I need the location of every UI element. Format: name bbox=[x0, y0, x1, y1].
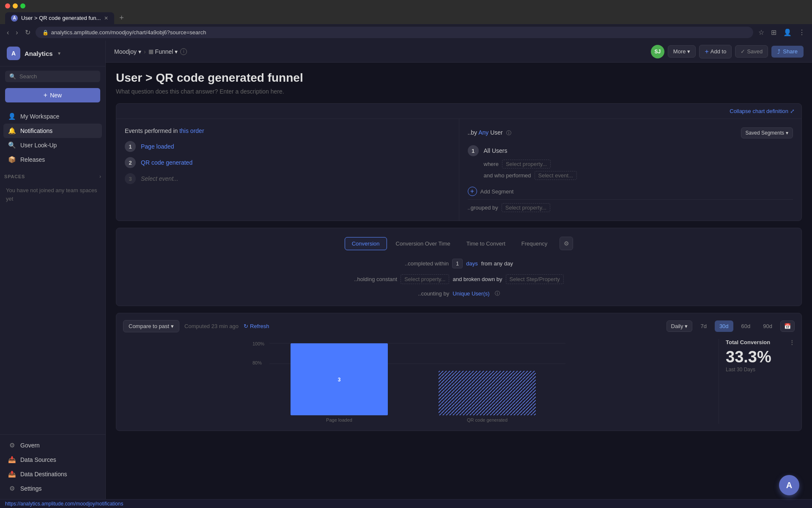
project-name: Moodjoy bbox=[114, 48, 137, 55]
any-selector[interactable]: Any bbox=[478, 129, 488, 136]
analysis-panel: Conversion Conversion Over Time Time to … bbox=[116, 228, 802, 306]
chart-type-selector[interactable]: ▦ Funnel ▾ bbox=[148, 48, 178, 55]
add-segment-plus-icon: + bbox=[468, 187, 477, 196]
more-label: More bbox=[673, 48, 686, 55]
sidebar-item-notifications[interactable]: 🔔 Notifications bbox=[3, 124, 102, 138]
chart-description[interactable]: What question does this chart answer? En… bbox=[116, 88, 802, 95]
account-icon[interactable]: 👤 bbox=[782, 27, 793, 38]
user-avatar: SJ bbox=[651, 45, 664, 58]
sidebar-item-settings[interactable]: ⚙ Settings bbox=[3, 481, 102, 496]
saved-label: Saved bbox=[747, 48, 763, 55]
property-select-1[interactable]: Select property... bbox=[502, 160, 551, 168]
sidebar-item-my-workspace[interactable]: 👤 My Workspace bbox=[3, 109, 102, 124]
sidebar-item-data-destinations[interactable]: 📤 Data Destinations bbox=[3, 467, 102, 481]
person-icon: 👤 bbox=[8, 113, 16, 120]
saved-segments-button[interactable]: Saved Segments ▾ bbox=[741, 127, 793, 138]
minimize-button[interactable] bbox=[13, 3, 18, 8]
add-to-button[interactable]: + Add to bbox=[699, 45, 732, 58]
sidebar-item-user-lookup[interactable]: 🔍 User Look-Up bbox=[3, 138, 102, 152]
event-name-1[interactable]: Page loaded bbox=[141, 143, 174, 150]
days-unit[interactable]: days bbox=[466, 260, 477, 267]
collapse-chart-definition-link[interactable]: Collapse chart definition ⤢ bbox=[730, 108, 795, 114]
forward-button[interactable]: › bbox=[14, 27, 19, 38]
event-number-3: 3 bbox=[125, 173, 136, 184]
sidebar-item-govern[interactable]: ⚙ Govern bbox=[3, 438, 102, 453]
total-conversion-menu-icon[interactable]: ⋮ bbox=[789, 339, 795, 345]
more-chevron-icon: ▾ bbox=[687, 48, 690, 55]
calendar-button[interactable]: 📅 bbox=[780, 320, 795, 332]
segment-row-1: 1 All Users bbox=[468, 145, 793, 156]
bookmark-icon[interactable]: ☆ bbox=[757, 27, 766, 38]
tab-title: User > QR code generated fun... bbox=[21, 15, 101, 21]
grouped-property-select[interactable]: Select property... bbox=[502, 203, 550, 212]
sidebar-item-releases[interactable]: 📦 Releases bbox=[3, 152, 102, 167]
active-tab[interactable]: A User > QR code generated fun... ✕ bbox=[5, 12, 114, 24]
saved-button[interactable]: ✓ Saved bbox=[735, 45, 768, 58]
sidebar-item-data-sources[interactable]: 📥 Data Sources bbox=[3, 453, 102, 467]
order-link[interactable]: this order bbox=[179, 127, 204, 134]
time-7d-button[interactable]: 7d bbox=[696, 320, 711, 332]
sidebar-bottom-label: Govern bbox=[20, 442, 40, 449]
search-input-wrap[interactable]: 🔍 bbox=[5, 71, 100, 82]
counting-info-icon[interactable]: ⓘ bbox=[495, 290, 500, 297]
chart-type-chevron-icon: ▾ bbox=[175, 48, 178, 55]
add-to-plus-icon: + bbox=[705, 48, 708, 55]
counting-value[interactable]: Unique User(s) bbox=[453, 290, 489, 297]
add-segment-button[interactable]: + Add Segment bbox=[468, 185, 793, 196]
tab-frequency[interactable]: Frequency bbox=[514, 237, 554, 250]
compare-to-past-button[interactable]: Compare to past ▾ bbox=[123, 320, 179, 332]
spaces-expand-icon[interactable]: › bbox=[99, 174, 101, 179]
share-label: Share bbox=[783, 48, 798, 55]
settings-button[interactable]: ⚙ bbox=[560, 237, 573, 250]
fullscreen-button[interactable] bbox=[20, 3, 25, 8]
chart-definition-body: Events performed in this order 1 Page lo… bbox=[116, 119, 801, 221]
tab-close-icon[interactable]: ✕ bbox=[104, 15, 108, 21]
event-name-2[interactable]: QR code generated bbox=[141, 159, 192, 166]
time-60d-button[interactable]: 60d bbox=[737, 320, 755, 332]
tab-time-to-convert[interactable]: Time to Convert bbox=[459, 237, 513, 250]
event-select-1[interactable]: Select event... bbox=[535, 171, 577, 180]
menu-icon[interactable]: ⋮ bbox=[797, 27, 807, 38]
y-label-80: 80% bbox=[252, 360, 262, 365]
new-tab-button[interactable]: + bbox=[116, 12, 127, 24]
daily-label: Daily bbox=[671, 323, 683, 329]
conv-over-time-tab-label: Conversion Over Time bbox=[396, 240, 450, 247]
address-bar[interactable]: 🔒 analytics.amplitude.com/moodjoy/chart/… bbox=[36, 27, 753, 38]
topbar: Moodjoy ▾ › ▦ Funnel ▾ i SJ More ▾ + bbox=[106, 41, 812, 63]
broken-down-select[interactable]: Select Step/Property bbox=[506, 274, 564, 284]
chart-info-icon[interactable]: i bbox=[180, 48, 187, 55]
holding-constant-label: ..holding constant bbox=[354, 276, 397, 282]
search-icon: 🔍 bbox=[9, 73, 16, 80]
time-90d-button[interactable]: 90d bbox=[758, 320, 777, 332]
new-button[interactable]: + New bbox=[5, 88, 100, 102]
extensions-icon[interactable]: ⊞ bbox=[769, 27, 778, 38]
close-button[interactable] bbox=[5, 3, 10, 8]
reload-button[interactable]: ↻ bbox=[23, 27, 32, 38]
user-info-icon[interactable]: ⓘ bbox=[506, 130, 511, 136]
sidebar-bottom-label: Data Destinations bbox=[20, 471, 67, 478]
more-button[interactable]: More ▾ bbox=[668, 45, 696, 58]
share-button[interactable]: ⤴ Share bbox=[771, 46, 804, 58]
status-bar: https://analytics.amplitude.com/moodjoy/… bbox=[0, 499, 812, 508]
project-selector[interactable]: Moodjoy ▾ bbox=[114, 48, 141, 55]
time-to-convert-tab-label: Time to Convert bbox=[466, 240, 505, 247]
tab-conversion-over-time[interactable]: Conversion Over Time bbox=[389, 237, 458, 250]
fab-button[interactable]: A bbox=[779, 475, 799, 495]
total-conversion-header: Total Conversion ⋮ bbox=[726, 339, 795, 345]
chart-svg: 100% 80% 3 bbox=[123, 339, 712, 424]
event-select-placeholder[interactable]: Select event... bbox=[141, 175, 178, 182]
search-input[interactable] bbox=[19, 73, 96, 80]
sidebar-header: A Analytics ▾ bbox=[0, 41, 105, 66]
holding-property-select[interactable]: Select property... bbox=[401, 274, 449, 284]
daily-selector[interactable]: Daily ▾ bbox=[667, 320, 693, 332]
back-button[interactable]: ‹ bbox=[5, 27, 11, 38]
app-name-chevron-icon: ▾ bbox=[58, 50, 60, 56]
bell-icon: 🔔 bbox=[8, 127, 16, 135]
tab-conversion[interactable]: Conversion bbox=[345, 237, 387, 250]
data-sources-icon: 📥 bbox=[8, 456, 16, 464]
refresh-button[interactable]: ↻ Refresh bbox=[244, 323, 269, 329]
time-30d-button[interactable]: 30d bbox=[715, 320, 733, 332]
completed-value[interactable]: 1 bbox=[452, 259, 463, 268]
by-text: ..by bbox=[468, 129, 477, 136]
counting-by-row: ..counting by Unique User(s) ⓘ bbox=[418, 290, 499, 297]
